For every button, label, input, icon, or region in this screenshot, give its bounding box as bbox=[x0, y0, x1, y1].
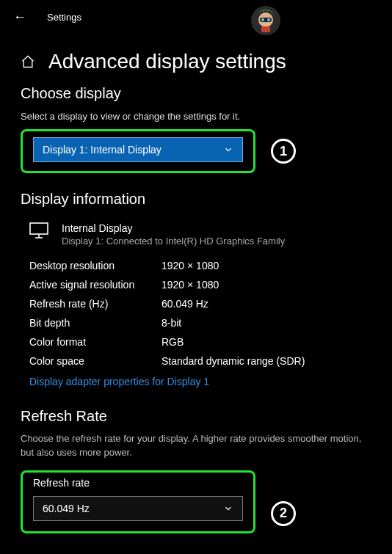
step-badge-1: 1 bbox=[271, 139, 296, 164]
highlight-step-1: Display 1: Internal Display 1 bbox=[21, 129, 255, 173]
topbar: ← Settings bbox=[0, 0, 392, 34]
svg-rect-6 bbox=[30, 223, 48, 234]
desktop-resolution-label: Desktop resolution bbox=[29, 260, 161, 271]
back-arrow-icon[interactable]: ← bbox=[13, 10, 26, 23]
color-format-value: RGB bbox=[161, 336, 371, 348]
svg-rect-5 bbox=[261, 26, 270, 32]
svg-point-4 bbox=[267, 18, 270, 21]
display-selector-dropdown[interactable]: Display 1: Internal Display bbox=[33, 137, 243, 162]
page-title: Advanced display settings bbox=[48, 50, 286, 73]
svg-point-3 bbox=[261, 18, 264, 21]
color-format-label: Color format bbox=[29, 336, 161, 348]
choose-display-heading: Choose display bbox=[21, 85, 371, 102]
bit-depth-label: Bit depth bbox=[29, 317, 161, 329]
active-signal-resolution-label: Active signal resolution bbox=[29, 279, 161, 291]
display-info-heading: Display information bbox=[21, 191, 371, 208]
refresh-rate-dropdown-value: 60.049 Hz bbox=[43, 503, 90, 514]
color-space-label: Color space bbox=[29, 355, 161, 367]
refresh-rate-hz-value: 60.049 Hz bbox=[161, 298, 371, 310]
chevron-down-icon bbox=[223, 145, 233, 155]
desktop-resolution-value: 1920 × 1080 bbox=[161, 260, 371, 271]
active-signal-resolution-value: 1920 × 1080 bbox=[161, 279, 371, 291]
monitor-name: Internal Display bbox=[62, 222, 285, 234]
display-info-table: Desktop resolution 1920 × 1080 Active si… bbox=[21, 260, 371, 367]
bit-depth-value: 8-bit bbox=[161, 317, 371, 329]
topbar-title: Settings bbox=[47, 12, 81, 23]
display-adapter-properties-link[interactable]: Display adapter properties for Display 1 bbox=[21, 376, 209, 387]
refresh-rate-heading: Refresh Rate bbox=[21, 408, 371, 425]
refresh-rate-desc: Choose the refresh rate for your display… bbox=[21, 432, 371, 460]
choose-display-desc: Select a display to view or change the s… bbox=[21, 111, 371, 122]
watermark-avatar bbox=[250, 4, 282, 37]
refresh-rate-dropdown[interactable]: 60.049 Hz bbox=[33, 496, 243, 521]
step-badge-2: 2 bbox=[271, 501, 296, 526]
display-selector-value: Display 1: Internal Display bbox=[43, 144, 161, 156]
refresh-rate-label: Refresh rate bbox=[33, 477, 243, 489]
chevron-down-icon bbox=[223, 503, 233, 514]
monitor-icon bbox=[29, 222, 48, 238]
color-space-value: Standard dynamic range (SDR) bbox=[161, 355, 371, 367]
highlight-step-2: Refresh rate 60.049 Hz 2 bbox=[21, 470, 255, 533]
home-icon[interactable] bbox=[21, 54, 35, 69]
refresh-rate-hz-label: Refresh rate (Hz) bbox=[29, 298, 161, 310]
monitor-connection: Display 1: Connected to Intel(R) HD Grap… bbox=[62, 236, 285, 247]
